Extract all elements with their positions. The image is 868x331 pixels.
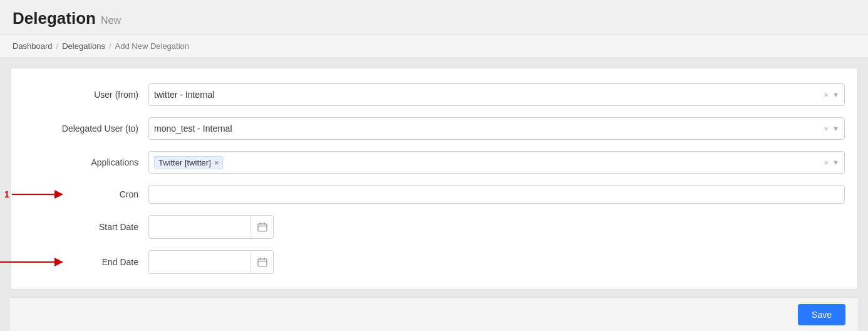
application-tag: Twitter [twitter] × xyxy=(154,156,223,169)
end-date-row: 2 End Date xyxy=(23,250,845,274)
delegated-user-row: Delegated User (to) mono_test - Internal… xyxy=(23,117,845,140)
breadcrumb: Dashboard / Delegations / Add New Delega… xyxy=(0,35,868,58)
page-title: Delegation xyxy=(13,9,96,28)
delegated-user-chevron-icon[interactable]: ▼ xyxy=(832,125,839,132)
user-from-chevron-icon[interactable]: ▼ xyxy=(832,91,839,98)
applications-label: Applications xyxy=(23,157,148,167)
start-date-input[interactable] xyxy=(149,218,251,236)
page-badge: New xyxy=(101,15,121,26)
delegated-user-clear-icon[interactable]: × xyxy=(824,124,829,134)
delegated-user-value: mono_test - Internal xyxy=(154,123,824,134)
user-from-clear-icon[interactable]: × xyxy=(824,90,829,100)
page-header: Delegation New xyxy=(0,0,868,35)
svg-rect-2 xyxy=(258,224,267,231)
applications-clear-icon[interactable]: × xyxy=(824,158,829,167)
application-tag-label: Twitter [twitter] xyxy=(158,158,211,167)
applications-row: Applications Twitter [twitter] × × ▼ xyxy=(23,151,845,174)
application-tag-remove[interactable]: × xyxy=(214,159,219,167)
user-from-value: twitter - Internal xyxy=(154,90,824,100)
applications-chevron-icon[interactable]: ▼ xyxy=(832,159,839,166)
breadcrumb-current: Add New Delegation xyxy=(115,41,190,51)
end-date-input[interactable] xyxy=(149,253,251,271)
breadcrumb-delegations[interactable]: Delegations xyxy=(62,41,105,51)
start-date-row: Start Date xyxy=(23,215,845,239)
form-card: User (from) twitter - Internal × ▼ Deleg… xyxy=(10,68,858,290)
cron-row: 1 Cron xyxy=(23,185,845,204)
user-from-select[interactable]: twitter - Internal × ▼ xyxy=(148,83,845,106)
delegated-user-label: Delegated User (to) xyxy=(23,123,148,134)
main-content: User (from) twitter - Internal × ▼ Deleg… xyxy=(0,58,868,331)
user-from-row: User (from) twitter - Internal × ▼ xyxy=(23,83,845,106)
user-from-label: User (from) xyxy=(23,90,148,100)
breadcrumb-dashboard[interactable]: Dashboard xyxy=(13,41,53,51)
annotation-1-number: 1 xyxy=(4,189,9,199)
save-button[interactable]: Save xyxy=(798,304,845,325)
cron-input[interactable] xyxy=(148,185,845,204)
end-date-picker[interactable] xyxy=(148,250,274,274)
end-date-calendar-icon[interactable] xyxy=(251,251,273,273)
delegated-user-select[interactable]: mono_test - Internal × ▼ xyxy=(148,117,845,140)
applications-select[interactable]: Twitter [twitter] × × ▼ xyxy=(148,151,845,174)
start-date-label: Start Date xyxy=(23,222,148,232)
svg-rect-8 xyxy=(258,259,267,266)
start-date-picker[interactable] xyxy=(148,215,274,239)
end-date-label: End Date xyxy=(23,257,148,267)
start-date-calendar-icon[interactable] xyxy=(251,216,273,238)
cron-label: Cron xyxy=(23,189,148,199)
footer-bar: Save xyxy=(10,297,858,331)
